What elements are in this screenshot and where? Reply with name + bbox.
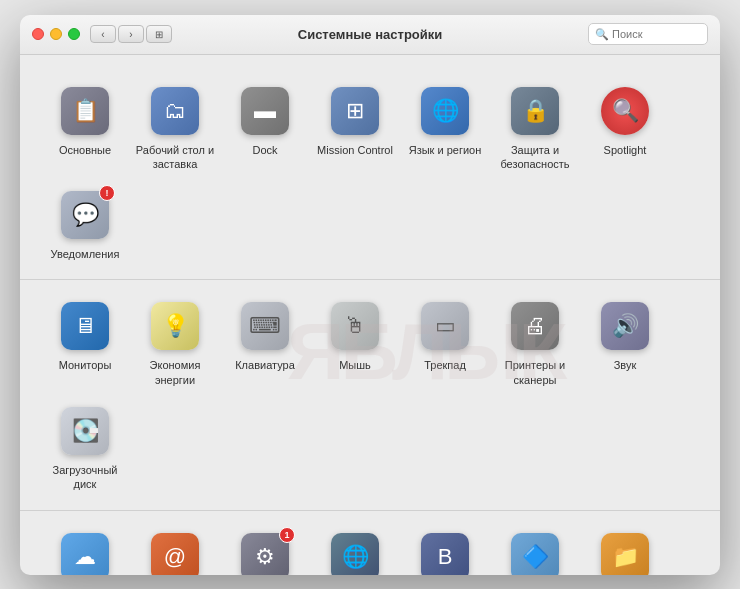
traffic-lights	[32, 28, 80, 40]
pref-item-network[interactable]: 🌐Сеть	[310, 521, 400, 575]
pref-item-lang[interactable]: 🌐Язык и регион	[400, 75, 490, 180]
desktop-label: Рабочий стол и заставка	[134, 143, 216, 172]
trackpad-label: Трекпад	[424, 358, 466, 372]
icon-wrap-spotlight: 🔍	[597, 83, 653, 139]
pref-item-accounts[interactable]: @Учетные записи Интернета	[130, 521, 220, 575]
search-icon: 🔍	[595, 28, 609, 41]
security-icon: 🔒	[511, 87, 559, 135]
sound-icon: 🔊	[601, 302, 649, 350]
titlebar: ‹ › ⊞ Системные настройки 🔍	[20, 15, 720, 55]
sound-label: Звук	[614, 358, 637, 372]
icon-wrap-accounts: @	[147, 529, 203, 575]
lang-label: Язык и регион	[409, 143, 482, 157]
notif-badge: !	[99, 185, 115, 201]
content-area: ЯБЛЫК 📋Основные🗂Рабочий стол и заставка▬…	[20, 55, 720, 575]
notif-label: Уведомления	[51, 247, 120, 261]
icon-wrap-desktop: 🗂	[147, 83, 203, 139]
pref-item-osnov[interactable]: 📋Основные	[40, 75, 130, 180]
boot-label: Загрузочный диск	[44, 463, 126, 492]
pref-item-spotlight[interactable]: 🔍Spotlight	[580, 75, 670, 180]
security-label: Защита и безопасность	[494, 143, 576, 172]
spotlight-icon: 🔍	[601, 87, 649, 135]
close-button[interactable]	[32, 28, 44, 40]
pref-item-desktop[interactable]: 🗂Рабочий стол и заставка	[130, 75, 220, 180]
pref-item-mouse[interactable]: 🖱Мышь	[310, 290, 400, 395]
icon-wrap-lang: 🌐	[417, 83, 473, 139]
pref-item-updates[interactable]: ⚙1Обновление ПО	[220, 521, 310, 575]
network-icon: 🌐	[331, 533, 379, 575]
search-input[interactable]	[612, 28, 702, 40]
pref-item-icloud[interactable]: ☁iCloud	[40, 521, 130, 575]
extensions-icon: 🔷	[511, 533, 559, 575]
icon-wrap-monitor: 🖥	[57, 298, 113, 354]
grid-section-section3: ☁iCloud@Учетные записи Интернета⚙1Обновл…	[20, 511, 720, 575]
icon-wrap-notif: 💬!	[57, 187, 113, 243]
icon-wrap-mouse: 🖱	[327, 298, 383, 354]
icon-wrap-dock: ▬	[237, 83, 293, 139]
pref-item-printer[interactable]: 🖨Принтеры и сканеры	[490, 290, 580, 395]
pref-item-energy[interactable]: 💡Экономия энергии	[130, 290, 220, 395]
grid-button[interactable]: ⊞	[146, 25, 172, 43]
pref-item-sharing[interactable]: 📁Общий доступ	[580, 521, 670, 575]
icon-wrap-bluetooth: B	[417, 529, 473, 575]
icon-wrap-extensions: 🔷	[507, 529, 563, 575]
system-preferences-window: ‹ › ⊞ Системные настройки 🔍 ЯБЛЫК 📋Основ…	[20, 15, 720, 575]
back-button[interactable]: ‹	[90, 25, 116, 43]
energy-label: Экономия энергии	[134, 358, 216, 387]
icon-wrap-energy: 💡	[147, 298, 203, 354]
energy-icon: 💡	[151, 302, 199, 350]
icon-wrap-osnov: 📋	[57, 83, 113, 139]
forward-button[interactable]: ›	[118, 25, 144, 43]
sharing-icon: 📁	[601, 533, 649, 575]
icon-wrap-mission: ⊞	[327, 83, 383, 139]
pref-item-mission[interactable]: ⊞Mission Control	[310, 75, 400, 180]
pref-item-trackpad[interactable]: ▭Трекпад	[400, 290, 490, 395]
lang-icon: 🌐	[421, 87, 469, 135]
pref-item-extensions[interactable]: 🔷Расширения	[490, 521, 580, 575]
keyboard-icon: ⌨	[241, 302, 289, 350]
icloud-icon: ☁	[61, 533, 109, 575]
icon-wrap-security: 🔒	[507, 83, 563, 139]
grid-section-section2: 🖥Мониторы💡Экономия энергии⌨Клавиатура🖱Мы…	[20, 280, 720, 510]
spotlight-label: Spotlight	[604, 143, 647, 157]
pref-item-keyboard[interactable]: ⌨Клавиатура	[220, 290, 310, 395]
mouse-label: Мышь	[339, 358, 371, 372]
printer-label: Принтеры и сканеры	[494, 358, 576, 387]
icon-wrap-boot: 💽	[57, 403, 113, 459]
accounts-icon: @	[151, 533, 199, 575]
pref-item-bluetooth[interactable]: BBluetooth	[400, 521, 490, 575]
pref-item-sound[interactable]: 🔊Звук	[580, 290, 670, 395]
grid-section-section1: 📋Основные🗂Рабочий стол и заставка▬Dock⊞M…	[20, 65, 720, 281]
icon-wrap-keyboard: ⌨	[237, 298, 293, 354]
preferences-grid: 📋Основные🗂Рабочий стол и заставка▬Dock⊞M…	[20, 55, 720, 575]
maximize-button[interactable]	[68, 28, 80, 40]
pref-item-notif[interactable]: 💬!Уведомления	[40, 179, 130, 269]
desktop-icon: 🗂	[151, 87, 199, 135]
pref-item-monitor[interactable]: 🖥Мониторы	[40, 290, 130, 395]
bluetooth-icon: B	[421, 533, 469, 575]
monitor-icon: 🖥	[61, 302, 109, 350]
dock-icon: ▬	[241, 87, 289, 135]
monitor-label: Мониторы	[59, 358, 112, 372]
osnov-icon: 📋	[61, 87, 109, 135]
keyboard-label: Клавиатура	[235, 358, 295, 372]
mission-label: Mission Control	[317, 143, 393, 157]
icon-wrap-network: 🌐	[327, 529, 383, 575]
search-box[interactable]: 🔍	[588, 23, 708, 45]
trackpad-icon: ▭	[421, 302, 469, 350]
window-title: Системные настройки	[298, 27, 443, 42]
icon-wrap-updates: ⚙1	[237, 529, 293, 575]
mouse-icon: 🖱	[331, 302, 379, 350]
icon-wrap-trackpad: ▭	[417, 298, 473, 354]
pref-item-boot[interactable]: 💽Загрузочный диск	[40, 395, 130, 500]
icon-wrap-sharing: 📁	[597, 529, 653, 575]
printer-icon: 🖨	[511, 302, 559, 350]
boot-icon: 💽	[61, 407, 109, 455]
pref-item-dock[interactable]: ▬Dock	[220, 75, 310, 180]
dock-label: Dock	[252, 143, 277, 157]
updates-badge: 1	[279, 527, 295, 543]
minimize-button[interactable]	[50, 28, 62, 40]
icon-wrap-icloud: ☁	[57, 529, 113, 575]
icon-wrap-sound: 🔊	[597, 298, 653, 354]
pref-item-security[interactable]: 🔒Защита и безопасность	[490, 75, 580, 180]
